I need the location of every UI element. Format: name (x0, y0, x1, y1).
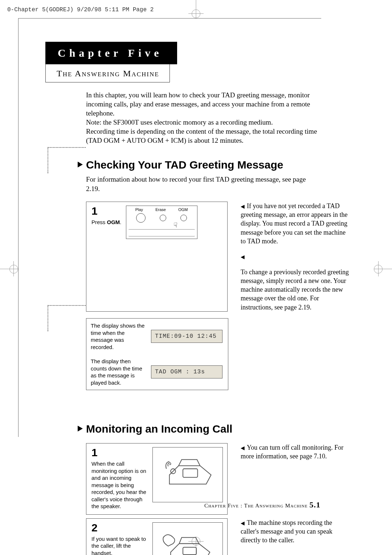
svg-rect-2 (183, 547, 196, 555)
crop-circle-right (374, 265, 383, 274)
panel-label: Play (135, 207, 143, 212)
page-number: 5.1 (310, 500, 321, 509)
section-heading: Monitoring an Incoming Call (86, 423, 343, 435)
step-instruction: If you want to speak to the caller, lift… (91, 535, 147, 555)
step-text-post: . (120, 219, 121, 225)
side-note: The machine stops recording the caller's… (241, 518, 350, 555)
bleed-line-top (18, 18, 321, 19)
intro-text: In this chapter, you will learn how to c… (86, 90, 318, 145)
panel-button-icon (160, 215, 166, 221)
print-header: 0-Chapter 5(GODREJ) 9/20/98 5:11 PM Page… (7, 7, 154, 13)
device-panel-illustration: Play Erase OGM ☟ (126, 206, 197, 239)
fax-handset-illustration (152, 522, 223, 555)
chapter-title-bar: Chapter Five (45, 42, 177, 64)
bleed-line-left (18, 18, 19, 437)
step-box: 1 Press OGM. Play Erase OGM (86, 202, 228, 312)
side-note: ◀ (241, 252, 350, 261)
display-row-label: The display shows the time when the mess… (91, 322, 145, 351)
intro-line: Recording time is depending on the conte… (86, 127, 317, 144)
panel-button-icon (136, 213, 146, 223)
step-instruction: Press OGM. (91, 219, 122, 226)
lcd-slot-icon (128, 229, 195, 236)
side-note: If you have not yet recorded a TAD greet… (241, 202, 350, 246)
svg-rect-0 (183, 469, 197, 477)
pointer-hand-icon: ☟ (173, 221, 177, 229)
side-note: To change a previously recorded greeting… (241, 268, 350, 312)
lcd-readout: TIME:09-10 12:45 (151, 330, 222, 343)
footer-text: Chapter Five : The Answering Machine (204, 503, 310, 509)
panel-label: Erase (155, 207, 166, 212)
step-number: 1 (91, 447, 147, 458)
page-footer: Chapter Five : The Answering Machine 5.1 (0, 500, 392, 510)
crop-circle-left (9, 265, 18, 274)
crop-circle-top (192, 9, 200, 18)
chapter-subtitle: The Answering Machine (45, 64, 170, 82)
dotted-leader (48, 147, 86, 173)
step-number: 2 (91, 522, 147, 533)
step-number: 1 (91, 206, 122, 216)
panel-button-icon (180, 215, 187, 221)
panel-label: OGM (178, 207, 188, 212)
step-text-bold: OGM (107, 219, 120, 225)
display-row-label: The display then counts down the time as… (91, 358, 145, 386)
lcd-readout: TAD OGM : 13s (151, 365, 222, 378)
dotted-leader (48, 305, 86, 331)
intro-line: In this chapter, you will learn how to c… (86, 91, 310, 117)
display-table: The display shows the time when the mess… (86, 318, 228, 390)
intro-line: Note: the SF3000T uses electronic momory… (86, 118, 273, 126)
crop-mark-top-h (188, 13, 204, 14)
fax-illustration (152, 447, 223, 502)
section-heading: Checking Your TAD Greeting Message (86, 159, 343, 171)
step-text-pre: Press (91, 219, 107, 225)
section-subtext: For information about how to record your… (86, 175, 318, 193)
step-box: 2 If you want to speak to the caller, li… (86, 518, 228, 555)
